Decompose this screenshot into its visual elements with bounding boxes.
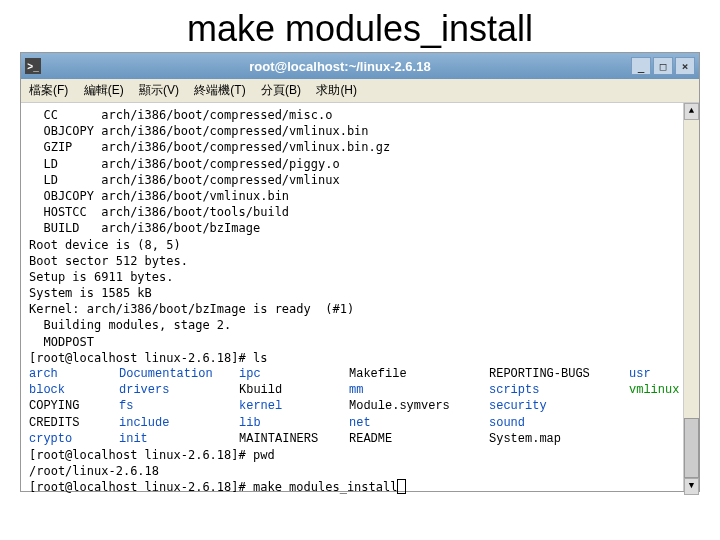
ls-item: net [349, 415, 489, 431]
ls-item: REPORTING-BUGS [489, 366, 629, 382]
ls-item: vmlinux [629, 382, 691, 398]
ls-output: archDocumentationipcMakefileREPORTING-BU… [29, 366, 691, 447]
ls-item: sound [489, 415, 629, 431]
scrollbar[interactable]: ▲ ▼ [683, 103, 699, 491]
prompt-ls: [root@localhost linux-2.6.18]# ls [29, 350, 691, 366]
pwd-output: /root/linux-2.6.18 [29, 463, 691, 479]
prompt-pwd: [root@localhost linux-2.6.18]# pwd [29, 447, 691, 463]
ls-item: MAINTAINERS [239, 431, 349, 447]
scrollbar-up-icon[interactable]: ▲ [684, 103, 699, 120]
menubar: 檔案(F) 編輯(E) 顯示(V) 終端機(T) 分頁(B) 求助(H) [21, 79, 699, 103]
menu-edit[interactable]: 編輯(E) [84, 83, 124, 97]
ls-item: usr [629, 366, 691, 382]
ls-item: drivers [119, 382, 239, 398]
scrollbar-down-icon[interactable]: ▼ [684, 478, 699, 495]
ls-item: Kbuild [239, 382, 349, 398]
ls-item [629, 415, 691, 431]
menu-help[interactable]: 求助(H) [316, 83, 357, 97]
msg-setup: Setup is 6911 bytes. [29, 269, 691, 285]
ls-item: CREDITS [29, 415, 119, 431]
ls-item: kernel [239, 398, 349, 414]
ls-item: Documentation [119, 366, 239, 382]
msg-system: System is 1585 kB [29, 285, 691, 301]
ls-item: arch [29, 366, 119, 382]
ls-item: Module.symvers [349, 398, 489, 414]
ls-item: COPYING [29, 398, 119, 414]
msg-root-dev: Root device is (8, 5) [29, 237, 691, 253]
ls-item: security [489, 398, 629, 414]
titlebar-text: root@localhost:~/linux-2.6.18 [49, 59, 631, 74]
close-button[interactable]: × [675, 57, 695, 75]
prompt-make: [root@localhost linux-2.6.18]# make modu… [29, 479, 691, 495]
menu-terminal[interactable]: 終端機(T) [194, 83, 245, 97]
scrollbar-track[interactable] [684, 120, 699, 478]
menu-tabs[interactable]: 分頁(B) [261, 83, 301, 97]
ls-item: block [29, 382, 119, 398]
ls-item: System.map [489, 431, 629, 447]
slide-title: make modules_install [0, 0, 720, 52]
ls-item: ipc [239, 366, 349, 382]
msg-boot-sect: Boot sector 512 bytes. [29, 253, 691, 269]
ls-item [629, 398, 691, 414]
msg-modpost: MODPOST [29, 334, 691, 350]
ls-item: scripts [489, 382, 629, 398]
maximize-button[interactable]: □ [653, 57, 673, 75]
menu-view[interactable]: 顯示(V) [139, 83, 179, 97]
ls-item: fs [119, 398, 239, 414]
menu-file[interactable]: 檔案(F) [29, 83, 68, 97]
ls-item: lib [239, 415, 349, 431]
ls-item: include [119, 415, 239, 431]
terminal-icon: >_ [25, 58, 41, 74]
ls-item: Makefile [349, 366, 489, 382]
terminal-body[interactable]: CC arch/i386/boot/compressed/misc.o OBJC… [21, 103, 699, 491]
ls-item [629, 431, 691, 447]
msg-building: Building modules, stage 2. [29, 317, 691, 333]
ls-item: crypto [29, 431, 119, 447]
ls-item: mm [349, 382, 489, 398]
minimize-button[interactable]: _ [631, 57, 651, 75]
titlebar[interactable]: >_ root@localhost:~/linux-2.6.18 _ □ × [21, 53, 699, 79]
msg-kernel: Kernel: arch/i386/boot/bzImage is ready … [29, 301, 691, 317]
terminal-window: >_ root@localhost:~/linux-2.6.18 _ □ × 檔… [20, 52, 700, 492]
ls-item: README [349, 431, 489, 447]
cursor-icon [397, 479, 406, 494]
build-output: CC arch/i386/boot/compressed/misc.o OBJC… [29, 107, 691, 237]
scrollbar-thumb[interactable] [684, 418, 699, 478]
ls-item: init [119, 431, 239, 447]
